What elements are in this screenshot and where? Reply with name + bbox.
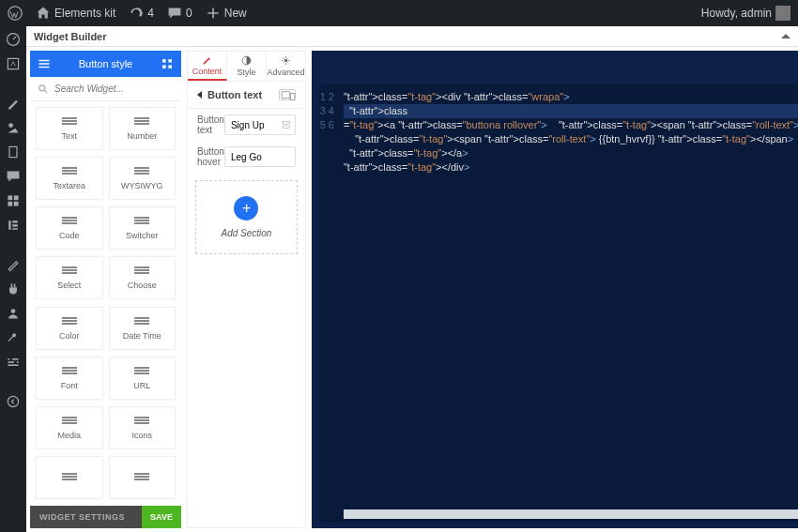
posts-icon[interactable] xyxy=(6,96,21,111)
gutter: 1 2 3 4 5 6 xyxy=(319,84,340,523)
wp-logo[interactable] xyxy=(8,6,23,21)
horizontal-scrollbar[interactable] xyxy=(344,509,798,519)
media-icon[interactable] xyxy=(6,120,21,135)
code-source[interactable]: "t-attr">class="t-tag"><div "t-attr">cla… xyxy=(340,84,798,523)
svg-rect-31 xyxy=(282,92,290,99)
search-input[interactable] xyxy=(54,84,174,94)
text-cursor-icon xyxy=(56,89,57,100)
svg-rect-24 xyxy=(162,59,166,63)
svg-point-4 xyxy=(8,123,13,128)
wp-sidebar xyxy=(0,26,26,532)
svg-rect-21 xyxy=(38,60,49,61)
widget-grid: TextNumberTextareaWYSIWYGCodeSwitcherSel… xyxy=(30,101,181,506)
updates[interactable]: 4 xyxy=(129,6,154,21)
widget-switcher[interactable]: Switcher xyxy=(109,206,176,250)
widget-settings-label[interactable]: WIDGET SETTINGS xyxy=(39,512,125,522)
widget-color[interactable]: Color xyxy=(36,307,103,350)
kit-icon[interactable] xyxy=(6,56,21,71)
svg-rect-5 xyxy=(9,146,17,157)
widget-font[interactable]: Font xyxy=(36,357,103,400)
collapse-panel-icon[interactable] xyxy=(781,34,790,38)
button-text-input[interactable] xyxy=(224,114,296,135)
svg-rect-6 xyxy=(8,195,12,200)
controls-tabs: Content Style Advanced xyxy=(188,52,305,82)
code-panel: HTML CSS JavaScript CSS/JS Includes 1 2 … xyxy=(312,51,798,528)
dashboard-icon[interactable] xyxy=(6,32,21,47)
widget-partial[interactable] xyxy=(36,456,103,499)
menu-icon[interactable] xyxy=(38,57,51,70)
save-button[interactable]: SAVE xyxy=(142,506,181,528)
grid-icon[interactable] xyxy=(161,57,174,70)
tools-icon[interactable] xyxy=(6,330,21,345)
users-icon[interactable] xyxy=(6,306,21,321)
tab-style[interactable]: Style xyxy=(227,52,267,81)
site-link[interactable]: Elements kit xyxy=(36,6,115,21)
pages-icon[interactable] xyxy=(6,144,21,160)
panel-title: Button style xyxy=(79,58,132,69)
controls-panel: Content Style Advanced Button text Butto… xyxy=(187,51,306,528)
widget-media[interactable]: Media xyxy=(36,406,103,449)
svg-rect-27 xyxy=(168,65,172,68)
svg-rect-32 xyxy=(290,93,294,99)
widget-wysiwyg[interactable]: WYSIWYG xyxy=(109,157,176,200)
add-section-button[interactable]: + xyxy=(234,196,258,220)
panel-footer: WIDGET SETTINGS SAVE xyxy=(30,506,181,528)
widget-builder-title: Widget Builder xyxy=(34,31,107,42)
comments[interactable]: 0 xyxy=(167,6,192,21)
tab-advanced[interactable]: Advanced xyxy=(267,52,305,81)
svg-point-20 xyxy=(8,396,18,406)
widget-code[interactable]: Code xyxy=(36,206,103,250)
settings-icon[interactable] xyxy=(6,355,21,370)
widget-text[interactable]: Text xyxy=(36,107,103,150)
templates-icon[interactable] xyxy=(6,193,21,208)
wp-admin-bar: Elements kit 4 0 New Howdy, admin xyxy=(0,0,798,26)
plugins-icon[interactable] xyxy=(6,281,21,296)
svg-rect-25 xyxy=(168,59,172,63)
svg-rect-17 xyxy=(8,364,18,366)
svg-rect-22 xyxy=(38,63,49,64)
new-content[interactable]: New xyxy=(206,6,247,21)
widget-date-time[interactable]: Date Time xyxy=(109,307,176,350)
row-button-hover: Button hover xyxy=(188,141,305,173)
svg-point-30 xyxy=(284,59,287,62)
svg-point-14 xyxy=(11,309,16,313)
widget-textarea[interactable]: Textarea xyxy=(36,157,103,200)
widgets-panel: Button style TextNumberTextareaWYSIWYGCo… xyxy=(30,51,181,528)
section-button-text[interactable]: Button text xyxy=(188,82,305,109)
tab-content[interactable]: Content xyxy=(188,52,227,81)
svg-point-0 xyxy=(8,7,22,20)
svg-rect-12 xyxy=(12,224,18,226)
widget-icons[interactable]: Icons xyxy=(109,406,176,449)
svg-rect-7 xyxy=(14,195,19,200)
svg-point-19 xyxy=(14,360,17,363)
svg-rect-11 xyxy=(12,220,18,222)
code-editor[interactable]: 1 2 3 4 5 6 "t-attr">class="t-tag"><div … xyxy=(319,84,798,523)
svg-rect-23 xyxy=(38,67,49,68)
svg-rect-1 xyxy=(775,6,790,21)
svg-rect-13 xyxy=(12,228,18,230)
svg-rect-26 xyxy=(162,65,166,68)
widget-select[interactable]: Select xyxy=(36,256,103,299)
widget-choose[interactable]: Choose xyxy=(109,256,176,299)
chevron-down-icon xyxy=(197,91,202,99)
add-section[interactable]: + Add Section xyxy=(195,180,298,254)
collapse-icon[interactable] xyxy=(6,394,21,409)
elementor-icon[interactable] xyxy=(6,218,21,233)
search-icon xyxy=(38,84,49,95)
widget-number[interactable]: Number xyxy=(109,107,176,150)
widgets-panel-header: Button style xyxy=(30,51,181,77)
howdy[interactable]: Howdy, admin xyxy=(701,6,790,21)
comments-icon[interactable] xyxy=(6,169,21,184)
widget-builder-header: Widget Builder xyxy=(26,26,798,47)
widget-url[interactable]: URL xyxy=(109,357,176,400)
svg-rect-10 xyxy=(8,220,10,230)
row-button-text: Button text xyxy=(188,109,305,141)
svg-point-18 xyxy=(9,357,12,360)
responsive-toggle-icon[interactable] xyxy=(279,89,296,100)
appearance-icon[interactable] xyxy=(6,257,21,272)
svg-point-28 xyxy=(39,84,45,90)
main-area: Widget Builder Button style TextNumberTe… xyxy=(26,26,798,532)
svg-rect-9 xyxy=(14,202,19,206)
widget-partial[interactable] xyxy=(109,456,176,499)
button-hover-input[interactable] xyxy=(224,146,296,167)
